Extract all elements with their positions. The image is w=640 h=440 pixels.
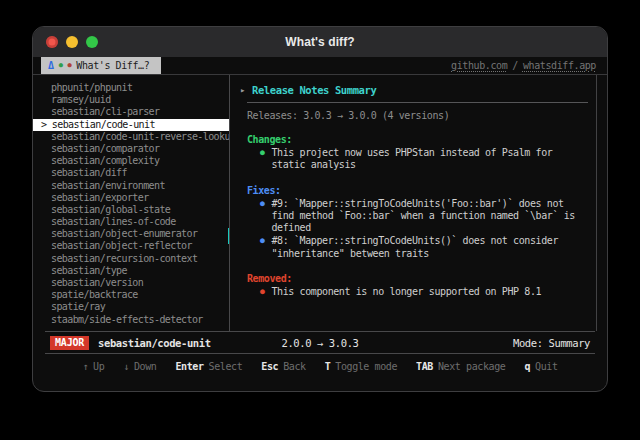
package-list-item[interactable]: spatie/backtrace bbox=[33, 289, 229, 301]
bullet-text: This project now uses PHPStan instead of… bbox=[271, 147, 588, 172]
tab-whats-diff[interactable]: Δ ● ● What's Diff…? bbox=[41, 57, 161, 74]
github-link[interactable]: github.com bbox=[451, 60, 507, 71]
panel-heading: ▸ Release Notes Summary bbox=[240, 84, 588, 96]
bullet-icon: ● bbox=[260, 286, 264, 298]
package-list-item[interactable]: sebastian/diff bbox=[33, 167, 229, 179]
notes-section: Changes:●This project now uses PHPStan i… bbox=[247, 134, 588, 172]
releases-line: Releases: 3.0.3 → 3.0.0 (4 versions) bbox=[247, 110, 588, 121]
hint-key: ↓ bbox=[123, 361, 129, 372]
bullet-text: #8: `Mapper::stringToCodeUnits()` does n… bbox=[271, 235, 588, 260]
bottom-padding bbox=[33, 378, 607, 391]
scrollbar-thumb[interactable] bbox=[228, 228, 230, 244]
titlebar: What's diff? bbox=[33, 27, 607, 57]
zoom-button-icon[interactable] bbox=[86, 36, 98, 48]
notes-sections: Changes:●This project now uses PHPStan i… bbox=[240, 134, 588, 298]
bullet-text: This component is no longer supported on… bbox=[271, 286, 541, 298]
package-list-item[interactable]: sebastian/object-reflector bbox=[33, 240, 229, 252]
bullet-icon: ● bbox=[260, 147, 264, 172]
package-list-item[interactable]: sebastian/environment bbox=[33, 180, 229, 192]
added-dot-icon: ● bbox=[59, 62, 63, 69]
package-sidebar: phpunit/phpunitramsey/uuidsebastian/cli-… bbox=[33, 75, 230, 331]
package-list-item[interactable]: sebastian/version bbox=[33, 277, 229, 289]
content-area: phpunit/phpunitramsey/uuidsebastian/cli-… bbox=[33, 75, 607, 331]
whatsdiff-link[interactable]: whatsdiff.app bbox=[523, 60, 596, 71]
bullet-icon: ● bbox=[260, 235, 264, 260]
hint-label: Down bbox=[134, 361, 156, 372]
package-list-item[interactable]: sebastian/complexity bbox=[33, 155, 229, 167]
hint-key: T bbox=[325, 361, 331, 372]
delta-icon: Δ bbox=[48, 60, 54, 71]
bullet-item: ●This component is no longer supported o… bbox=[247, 286, 588, 298]
package-list-item[interactable]: sebastian/code-unit-reverse-lookup bbox=[33, 131, 229, 143]
header-links: github.com / whatsdiff.app bbox=[451, 57, 596, 74]
section-title: Changes: bbox=[247, 134, 588, 145]
status-bar: MAJOR sebastian/code-unit 2.0.0 → 3.0.3 … bbox=[45, 331, 595, 354]
traffic-lights bbox=[46, 36, 98, 48]
package-list-item[interactable]: ramsey/uuid bbox=[33, 94, 229, 106]
package-list-item[interactable]: sebastian/global-state bbox=[33, 204, 229, 216]
tab-label: What's Diff…? bbox=[76, 60, 149, 71]
keybinding-hint: TABNext package bbox=[416, 361, 505, 372]
keybinding-hint: EnterSelect bbox=[175, 361, 242, 372]
bullet-item: ●#8: `Mapper::stringToCodeUnits()` does … bbox=[247, 235, 588, 260]
hint-key: Enter bbox=[175, 361, 203, 372]
minimize-button-icon[interactable] bbox=[66, 36, 78, 48]
bullet-icon: ● bbox=[260, 198, 264, 235]
status-mode: Mode: Summary bbox=[513, 337, 590, 349]
notes-section: Fixes:●#9: `Mapper::stringToCodeUnits('F… bbox=[247, 185, 588, 260]
package-list-item[interactable]: staabm/side-effects-detector bbox=[33, 314, 229, 326]
keybinding-footer: ↑Up↓DownEnterSelectEscBackTToggle modeTA… bbox=[33, 354, 607, 378]
removed-dot-icon: ● bbox=[67, 62, 71, 69]
package-list-item[interactable]: sebastian/exporter bbox=[33, 192, 229, 204]
keybinding-hint: ↑Up bbox=[82, 361, 104, 372]
window-title: What's diff? bbox=[33, 35, 607, 49]
notes-section: Removed:●This component is no longer sup… bbox=[247, 273, 588, 298]
panel-title: Release Notes Summary bbox=[252, 84, 376, 96]
package-list-item[interactable]: spatie/ray bbox=[33, 301, 229, 313]
hint-key: q bbox=[524, 361, 530, 372]
release-notes-panel: ▸ Release Notes Summary Releases: 3.0.3 … bbox=[230, 75, 597, 331]
bullet-item: ●#9: `Mapper::stringToCodeUnits('Foo::ba… bbox=[247, 198, 588, 235]
status-package-name: sebastian/code-unit bbox=[98, 337, 211, 349]
heading-divider bbox=[247, 102, 588, 103]
package-list-item-selected[interactable]: > sebastian/code-unit bbox=[33, 119, 229, 131]
package-list: phpunit/phpunitramsey/uuidsebastian/cli-… bbox=[33, 82, 229, 326]
hint-label: Quit bbox=[535, 361, 557, 372]
close-button-icon[interactable] bbox=[46, 36, 58, 48]
section-title: Removed: bbox=[247, 273, 588, 284]
tab-bar: Δ ● ● What's Diff…? github.com / whatsdi… bbox=[33, 57, 607, 75]
keybinding-hint: TToggle mode bbox=[325, 361, 397, 372]
package-list-item[interactable]: phpunit/phpunit bbox=[33, 82, 229, 94]
hint-key: ↑ bbox=[82, 361, 88, 372]
bullet-item: ●This project now uses PHPStan instead o… bbox=[247, 147, 588, 172]
link-separator: / bbox=[512, 60, 518, 71]
app-window: What's diff? Δ ● ● What's Diff…? github.… bbox=[32, 26, 608, 392]
hint-label: Up bbox=[93, 361, 104, 372]
hint-key: TAB bbox=[416, 361, 433, 372]
package-list-item[interactable]: sebastian/lines-of-code bbox=[33, 216, 229, 228]
bullet-text: #9: `Mapper::stringToCodeUnits('Foo::bar… bbox=[271, 198, 588, 235]
package-list-item[interactable]: sebastian/recursion-context bbox=[33, 253, 229, 265]
package-list-item[interactable]: sebastian/comparator bbox=[33, 143, 229, 155]
section-title: Fixes: bbox=[247, 185, 588, 196]
keybinding-hint: EscBack bbox=[261, 361, 305, 372]
keybinding-hint: ↓Down bbox=[123, 361, 156, 372]
package-list-item[interactable]: sebastian/cli-parser bbox=[33, 106, 229, 118]
hint-label: Next package bbox=[438, 361, 505, 372]
hint-key: Esc bbox=[261, 361, 278, 372]
chevron-right-icon: ▸ bbox=[240, 85, 245, 95]
hint-label: Back bbox=[283, 361, 305, 372]
package-list-item[interactable]: sebastian/type bbox=[33, 265, 229, 277]
hint-label: Toggle mode bbox=[335, 361, 397, 372]
package-list-item[interactable]: sebastian/object-enumerator bbox=[33, 228, 229, 240]
hint-label: Select bbox=[209, 361, 243, 372]
keybinding-hint: qQuit bbox=[524, 361, 557, 372]
